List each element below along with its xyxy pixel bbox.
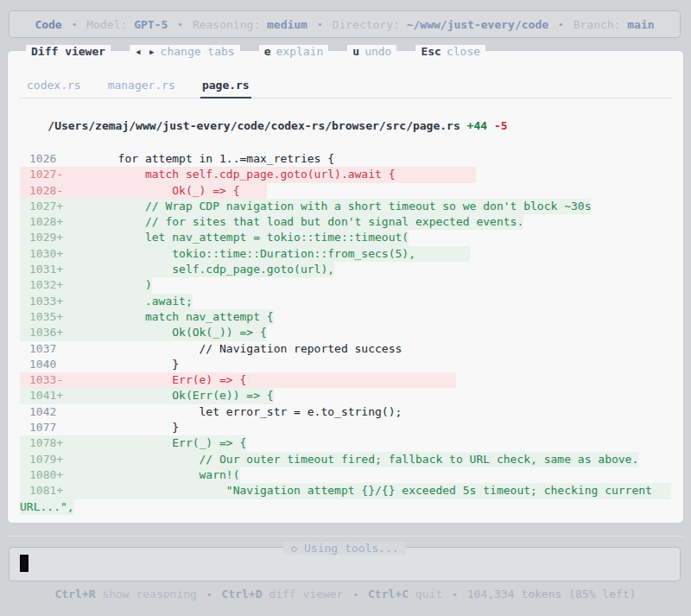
session-status-bar: Code•Model: GPT-5•Reasoning: medium•Dire… (9, 10, 681, 38)
file-path: /Users/zemaj/www/just-every/code/codex-r… (48, 119, 460, 132)
diff-line: 1027- match self.cdp_page.goto(url).awai… (20, 167, 671, 182)
status-value: ~/www/just-every/code (407, 18, 548, 31)
diff-line-cell: 1079+ // Our outer timeout fired; fallba… (20, 452, 638, 467)
line-number: 1042 (20, 404, 64, 420)
tab-manager-rs[interactable]: manager.rs (108, 79, 175, 92)
diff-line-cell: 1028+ // for sites that load but don't s… (20, 214, 523, 230)
line-number: 1027- (20, 167, 64, 182)
diff-line-cell: 1036+ Ok(Ok(_)) => { (20, 325, 267, 340)
line-number: 1028+ (20, 214, 64, 230)
line-number: 1079+ (20, 452, 64, 467)
shortcut-key: e (259, 45, 276, 58)
line-number: 1028- (20, 183, 64, 199)
diff-line: 1033- Err(e) => { (20, 372, 671, 388)
line-number: 1036+ (20, 325, 64, 340)
diff-content[interactable]: 1026 for attempt in 1..=max_retries {102… (8, 151, 683, 515)
line-code: let nav_attempt = tokio::time::timeout( (64, 231, 409, 244)
diff-line: 1031+ self.cdp_page.goto(url), (20, 262, 671, 277)
line-number: 1081+ (20, 483, 64, 499)
diff-line-cell: 1035+ match nav_attempt { (20, 309, 274, 325)
composer-input[interactable]: ◇ Using tools... (9, 547, 681, 581)
line-code: self.cdp_page.goto(url), (64, 263, 334, 276)
diff-line: 1027+ // Wrap CDP navigation with a shor… (20, 199, 671, 214)
status-label: Model: (86, 18, 134, 31)
shortcut-key: Esc (415, 45, 445, 58)
using-tools-status: ◇ Using tools... (283, 542, 405, 555)
diff-line-cell: 1028- Ok(_) => { (20, 183, 267, 199)
line-code: // Wrap CDP navigation with a short time… (64, 200, 591, 213)
diff-line: 1077 } (20, 420, 671, 435)
diff-line-cell: 1027- match self.cdp_page.goto(url).awai… (20, 167, 476, 182)
line-code: "Navigation attempt {}/{} exceeded 5s ti… (64, 484, 652, 497)
line-code: // for sites that load but don't signal … (64, 215, 523, 228)
footer-shortcut-action: quit (409, 587, 442, 600)
separator-dot-icon: • (352, 589, 358, 600)
diff-line: URL...", (20, 499, 671, 515)
diff-line-cell: 1026 for attempt in 1..=max_retries { (20, 151, 334, 167)
line-number: 1033- (20, 372, 64, 388)
diff-viewer-title: Diff viewer (26, 45, 111, 58)
shortcut-action: explain (276, 45, 329, 58)
status-label: Branch: (574, 18, 628, 31)
active-tab-underline (200, 97, 251, 98)
tab-page-rs[interactable]: page.rs (202, 79, 250, 92)
diff-line-cell: 1037 // Navigation reported success (20, 341, 402, 357)
shortcut-action: close (446, 45, 485, 58)
diff-line-cell: 1042 let error_str = e.to_string(); (20, 404, 402, 420)
diff-line: 1030+ tokio::time::Duration::from_secs(5… (20, 246, 671, 262)
diff-line-cell: 1078+ Err(_) => { (20, 435, 246, 451)
line-code: let error_str = e.to_string(); (64, 405, 402, 418)
line-number: 1080+ (20, 467, 64, 483)
additions-count: +44 (467, 119, 487, 132)
status-value: main (627, 18, 654, 31)
diff-line: 1032+ ) (20, 277, 671, 293)
separator-dot-icon: • (206, 589, 212, 600)
line-number: 1040 (20, 357, 64, 372)
line-code: Err(_) => { (64, 436, 246, 449)
diff-line: 1081+ "Navigation attempt {}/{} exceeded… (20, 483, 671, 499)
tab-codex-rs[interactable]: codex.rs (27, 79, 81, 92)
line-number: 1035+ (20, 309, 64, 325)
status-label: Directory: (333, 18, 407, 31)
diff-file-tabs: codex.rsmanager.rspage.rs (27, 79, 683, 92)
diff-line-cell: 1080+ warn!( (20, 467, 240, 483)
line-code: for attempt in 1..=max_retries { (64, 152, 334, 165)
line-code: .await; (64, 295, 193, 308)
line-code: Ok(Err(e)) => { (64, 389, 274, 402)
line-code: ) (64, 278, 152, 291)
shortcut-key: u (347, 45, 364, 58)
diff-line-cell: 1029+ let nav_attempt = tokio::time::tim… (20, 230, 409, 245)
deletions-count: -5 (494, 119, 508, 132)
diff-line: 1037 // Navigation reported success (20, 341, 671, 357)
app-name: Code (35, 18, 61, 31)
status-value: medium (267, 18, 307, 31)
status-value: GPT-5 (134, 18, 168, 31)
line-number: 1029+ (20, 230, 64, 245)
separator-dot-icon: • (177, 19, 183, 30)
line-number: 1027+ (20, 199, 64, 214)
diff-line-cell: 1027+ // Wrap CDP navigation with a shor… (20, 199, 591, 214)
line-code: URL...", (20, 500, 74, 513)
tool-status-legend: ◇ Using tools... (10, 539, 680, 556)
diff-bottom-divider (8, 536, 683, 537)
diff-line: 1028- Ok(_) => { (20, 183, 671, 199)
shortcut-key: ◂ ▸ (130, 45, 159, 58)
diff-line: 1042 let error_str = e.to_string(); (20, 404, 671, 420)
diff-line: 1079+ // Our outer timeout fired; fallba… (20, 452, 671, 467)
diff-viewer-modal: Diff viewer◂ ▸change tabseexplainuundoEs… (7, 50, 684, 524)
line-number: 1031+ (20, 262, 64, 277)
diff-line: 1036+ Ok(Ok(_)) => { (20, 325, 671, 340)
diff-line-cell: 1041+ Ok(Err(e)) => { (20, 388, 274, 403)
line-number: 1078+ (20, 435, 64, 451)
footer-shortcut-action: show reasoning (96, 587, 197, 600)
footer-shortcuts-bar: Ctrl+R show reasoning•Ctrl+D diff viewer… (0, 587, 691, 600)
line-number: 1033+ (20, 294, 64, 309)
line-number: 1032+ (20, 277, 64, 293)
line-code: Ok(Ok(_)) => { (64, 326, 267, 339)
text-cursor (20, 555, 29, 572)
diff-line: 1040 } (20, 357, 671, 372)
line-code: match nav_attempt { (64, 310, 274, 323)
separator-dot-icon: • (452, 589, 458, 600)
line-code: } (64, 358, 179, 371)
separator-dot-icon: • (317, 19, 323, 30)
